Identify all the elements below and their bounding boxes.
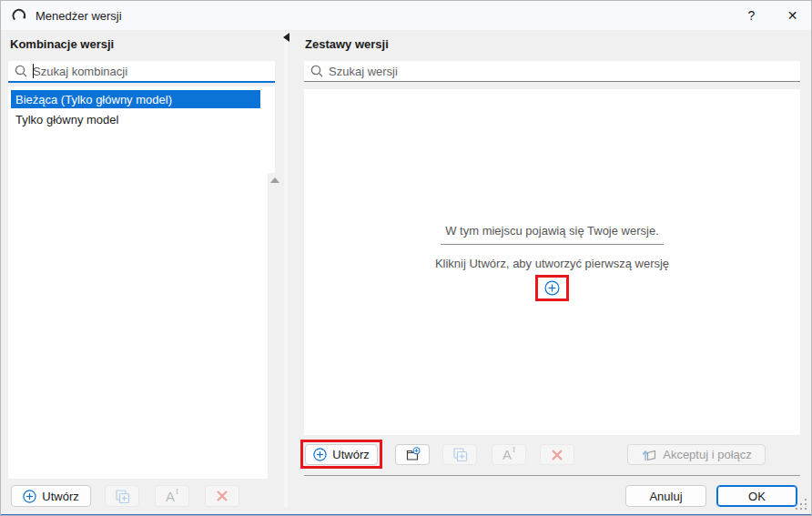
create-version-button[interactable]: Utwórz <box>305 444 378 465</box>
search-icon <box>14 64 28 78</box>
rename-icon: AI <box>166 490 178 503</box>
delete-x-icon <box>551 449 563 461</box>
empty-state-title: W tym miejscu pojawią się Twoje wersje. <box>441 224 664 245</box>
combination-list: Bieżąca (Tylko główny model) Tylko główn… <box>8 86 275 479</box>
collapse-panel-icon[interactable] <box>283 33 289 42</box>
footer-divider <box>304 475 800 476</box>
help-button[interactable]: ? <box>731 1 772 30</box>
version-manager-dialog: Menedżer wersji ? ✕ Kombinacje wersji Bi… <box>0 0 812 516</box>
delete-version-button <box>540 444 574 465</box>
window-controls: ? ✕ <box>731 1 812 30</box>
list-item[interactable]: Bieżąca (Tylko główny model) <box>11 90 260 108</box>
scroll-up-icon[interactable] <box>270 177 279 183</box>
cancel-button[interactable]: Anuluj <box>625 485 706 507</box>
rename-icon: AI <box>502 448 515 461</box>
text-caret <box>33 64 34 78</box>
folder-plus-icon <box>404 447 421 462</box>
left-panel-header: Kombinacje wersji <box>10 37 114 51</box>
rename-version-button: AI <box>492 444 526 465</box>
window-title: Menedżer wersji <box>36 9 122 23</box>
combination-search-box <box>8 61 275 83</box>
duplicate-plus-icon <box>115 489 130 504</box>
circled-plus-icon[interactable] <box>544 280 560 296</box>
delete-combination-button <box>205 485 239 507</box>
create-combination-button[interactable]: Utwórz <box>11 485 91 507</box>
panel-splitter[interactable] <box>284 34 288 507</box>
resize-grip[interactable] <box>795 498 807 510</box>
empty-state-hint: Kliknij Utwórz, aby utworzyć pierwszą we… <box>435 257 669 270</box>
search-icon <box>310 64 324 78</box>
duplicate-version-button <box>442 444 477 465</box>
list-item[interactable]: Tylko główny model <box>11 110 260 128</box>
duplicate-combination-button <box>105 485 139 507</box>
close-button[interactable]: ✕ <box>772 1 812 30</box>
accept-merge-button: Akceptuj i połącz <box>627 444 766 465</box>
duplicate-plus-icon <box>452 447 468 462</box>
combination-search-input[interactable] <box>8 61 275 81</box>
version-list-empty-area: W tym miejscu pojawią się Twoje wersje. … <box>304 89 800 435</box>
accept-merge-icon <box>641 448 657 462</box>
ok-button[interactable]: OK <box>716 485 797 507</box>
version-search-input[interactable] <box>304 61 800 81</box>
version-search-box <box>304 61 800 82</box>
list-scrollbar[interactable] <box>268 173 281 516</box>
rename-combination-button: AI <box>155 485 189 507</box>
annotation-box <box>535 275 569 301</box>
title-bar: Menedżer wersji ? ✕ <box>1 1 812 30</box>
circled-plus-icon <box>313 448 327 461</box>
new-version-set-button[interactable] <box>395 444 430 465</box>
right-panel-header: Zestawy wersji <box>305 37 389 51</box>
delete-x-icon <box>216 490 228 502</box>
app-logo-icon <box>12 8 27 24</box>
circled-plus-icon <box>23 490 36 503</box>
